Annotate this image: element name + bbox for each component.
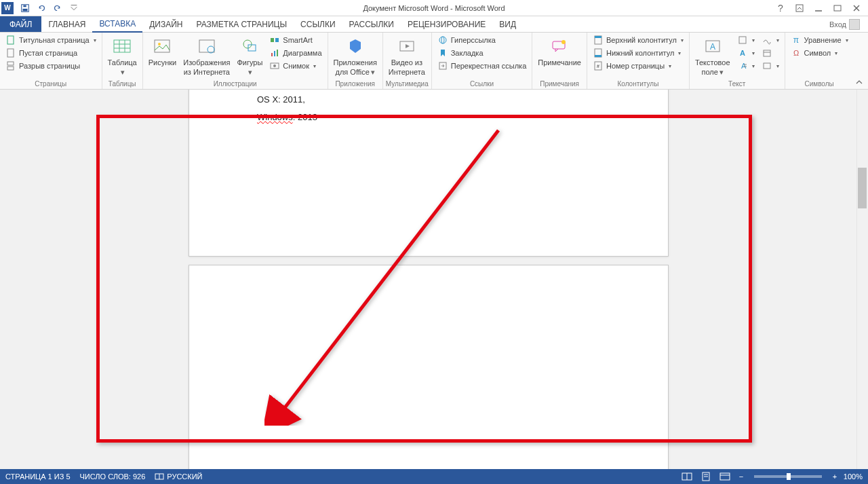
screenshot-button[interactable]: Снимок▾ [267,60,324,72]
tab-home[interactable]: ГЛАВНАЯ [41,16,92,32]
scrollbar-thumb[interactable] [858,168,867,208]
hyperlink-icon [437,35,448,45]
svg-text:A: A [741,62,747,70]
online-picture-icon [196,35,218,57]
object-icon [762,60,772,71]
web-layout-button[interactable] [717,470,732,483]
close-button[interactable] [848,1,865,15]
group-label: Мультимедиа [386,79,429,89]
group-label: Текст [692,79,782,89]
tab-view[interactable]: ВИД [492,16,523,32]
svg-point-36 [561,40,566,44]
object-button[interactable]: ▾ [759,60,782,72]
svg-rect-6 [834,5,841,11]
label: Перекрестная ссылка [451,62,527,70]
save-button[interactable] [18,1,33,16]
symbol-button[interactable]: ΩСимвол▾ [788,47,851,59]
quick-parts-button[interactable]: ▾ [734,34,757,46]
tab-layout[interactable]: РАЗМЕТКА СТРАНИЦЫ [190,16,294,32]
redo-button[interactable] [50,1,65,16]
qat-customize-button[interactable] [66,1,81,16]
page-2[interactable] [189,265,669,469]
tab-references[interactable]: ССЫЛКИ [294,16,342,32]
minimize-button[interactable] [810,1,827,15]
group-tables: Таблица▾ Таблицы [102,33,143,89]
hyperlink-button[interactable]: Гиперссылка [435,34,530,46]
svg-rect-38 [595,36,601,38]
tab-mailings[interactable]: РАССЫЛКИ [342,16,401,32]
print-layout-button[interactable] [698,470,713,483]
textbox-icon: A [702,35,724,57]
online-video-button[interactable]: Видео изИнтернета [386,34,428,77]
table-button[interactable]: Таблица▾ [105,34,140,77]
tab-file[interactable]: ФАЙЛ [0,16,41,32]
zoom-level[interactable]: 100% [844,472,863,481]
wordart-button[interactable]: A▾ [734,47,757,59]
word-count[interactable]: ЧИСЛО СЛОВ: 926 [80,472,146,481]
shapes-button[interactable]: Фигуры▾ [234,34,265,77]
language-status[interactable]: РУССКИЙ [155,472,202,481]
tab-insert[interactable]: ВСТАВКА [92,16,142,33]
zoom-slider-thumb[interactable] [787,473,791,480]
page-break-button[interactable]: Разрыв страницы [3,60,99,72]
collapse-ribbon-button[interactable] [853,78,865,88]
sign-in-link[interactable]: Вход [829,19,860,30]
chart-button[interactable]: Диаграмма [267,47,324,59]
equation-button[interactable]: πУравнение▾ [788,34,851,46]
svg-text:A: A [740,49,745,57]
apps-for-office-button[interactable]: Приложениядля Office▾ [331,34,380,77]
bookmark-button[interactable]: Закладка [435,47,530,59]
label: Текстовое [695,58,730,67]
undo-button[interactable] [34,1,49,16]
group-label: Приложения [331,79,380,89]
label: поле [702,68,718,76]
page-count[interactable]: СТРАНИЦА 1 ИЗ 5 [5,472,71,481]
svg-rect-11 [7,62,14,65]
page-1[interactable]: OS X: 2011, Windows: 2013 [189,90,669,257]
window-controls: ? [772,1,868,15]
label: Номер страницы [606,62,665,70]
bookmark-icon [437,48,448,58]
svg-rect-63 [720,473,730,480]
ribbon-options-button[interactable] [791,1,808,15]
title-bar: W Документ Microsoft Word - Microsoft Wo… [0,0,868,16]
svg-rect-52 [764,63,770,69]
help-button[interactable]: ? [772,1,789,15]
svg-rect-12 [7,67,14,70]
comment-button[interactable]: Примечание [535,34,584,68]
label: Приложения [334,58,377,67]
cover-page-button[interactable]: Титульная страница▾ [3,34,99,46]
online-pictures-button[interactable]: Изображенияиз Интернета [180,34,233,77]
header-icon [593,35,604,45]
cross-reference-button[interactable]: Перекрестная ссылка [435,60,530,72]
sign-in-label: Вход [829,20,846,29]
tab-design[interactable]: ДИЗАЙН [142,16,189,32]
page-number-icon: # [593,60,604,71]
label: Пустая страница [19,49,77,57]
label: для Office [335,68,369,76]
header-button[interactable]: Верхний колонтитул▾ [590,34,686,46]
tab-review[interactable]: РЕЦЕНЗИРОВАНИЕ [401,16,492,32]
read-mode-button[interactable] [679,470,694,483]
page-number-button[interactable]: #Номер страницы▾ [590,60,686,72]
page-icon [5,48,16,58]
label: Уравнение [804,36,842,44]
signature-line-button[interactable]: ▾ [759,34,782,46]
maximize-button[interactable] [829,1,846,15]
footer-button[interactable]: Нижний колонтитул▾ [590,47,686,59]
label: Символ [804,49,831,57]
wordart-icon: A [737,48,748,58]
zoom-slider[interactable] [754,475,822,478]
pictures-button[interactable]: Рисунки [146,34,180,68]
svg-rect-4 [796,5,803,12]
document-area[interactable]: OS X: 2011, Windows: 2013 [0,90,868,469]
vertical-scrollbar[interactable] [856,90,868,469]
smartart-button[interactable]: SmartArt [267,34,324,46]
chart-icon [269,48,280,58]
zoom-out-button[interactable]: − [736,472,746,481]
drop-cap-button[interactable]: A▾ [734,60,757,72]
date-time-button[interactable] [759,47,782,59]
zoom-in-button[interactable]: + [830,472,840,481]
blank-page-button[interactable]: Пустая страница [3,47,99,59]
text-box-button[interactable]: AТекстовоеполе▾ [692,34,733,77]
